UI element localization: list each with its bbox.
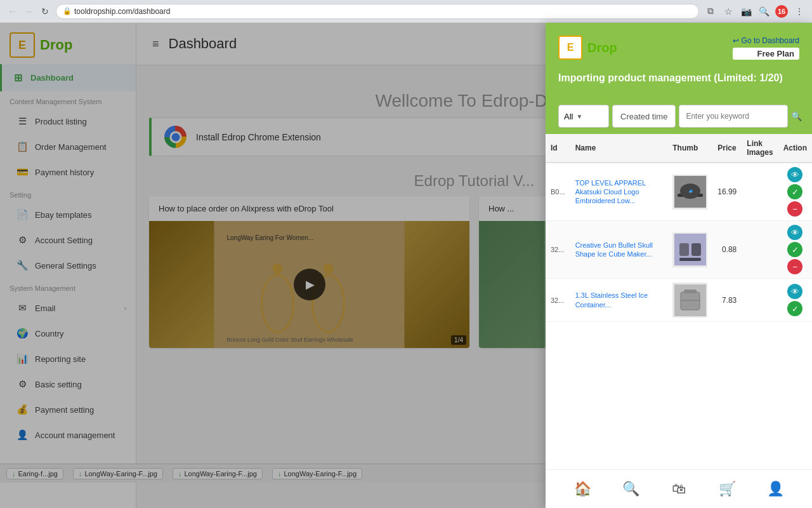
- svg-rect-18: [681, 292, 700, 310]
- browser-toolbar: ← → ↻ 🔒 tooldropship.com/dashboard ⧉ ☆ 📷…: [0, 0, 812, 23]
- hat-svg: 🧢: [674, 176, 706, 208]
- view-button[interactable]: 👁: [787, 167, 802, 182]
- dashboard-link-text: Go to Dashboard: [742, 36, 799, 45]
- action-buttons: 👁 ✓: [783, 284, 807, 316]
- filter-text: All: [564, 112, 573, 121]
- action-buttons: 👁 ✓ −: [783, 225, 807, 274]
- product-thumbnail: [672, 283, 707, 318]
- popup-header: E Drop ↩ Go to Dashboard Free Plan Impor…: [546, 23, 812, 98]
- svg-rect-14: [679, 243, 689, 256]
- popup-header-right: ↩ Go to Dashboard Free Plan: [733, 36, 799, 60]
- cell-id: 32...: [546, 221, 570, 279]
- footer-bag-icon[interactable]: 🛍: [666, 476, 691, 502]
- cell-action: 👁 ✓: [778, 279, 812, 322]
- cell-price: 0.88: [712, 221, 742, 279]
- products-table: Id Name Thumb Price LinkImages Action B0…: [546, 134, 812, 322]
- refresh-button[interactable]: ↻: [39, 6, 51, 17]
- table-row: 32... Creative Gun Bullet Skull Shape Ic…: [546, 221, 812, 279]
- popup-logo-letter: E: [567, 42, 574, 53]
- cell-thumb: [667, 221, 712, 279]
- product-name-link[interactable]: Creative Gun Bullet Skull Shape Ice Cube…: [575, 241, 653, 258]
- view-button[interactable]: 👁: [787, 225, 802, 240]
- check-button[interactable]: ✓: [787, 184, 802, 199]
- col-link-images: LinkImages: [742, 134, 778, 163]
- popup-header-row: E Drop ↩ Go to Dashboard Free Plan: [558, 36, 799, 60]
- address-bar[interactable]: 🔒 tooldropship.com/dashboard: [56, 4, 699, 19]
- cell-thumb: [667, 279, 712, 322]
- popup-logo: E Drop: [558, 36, 617, 60]
- check-button[interactable]: ✓: [787, 242, 802, 257]
- action-buttons: 👁 ✓ −: [783, 167, 807, 217]
- cell-action: 👁 ✓ −: [778, 163, 812, 221]
- forward-button[interactable]: →: [23, 6, 34, 17]
- check-button[interactable]: ✓: [787, 301, 802, 316]
- svg-rect-16: [679, 258, 701, 261]
- table-header: Id Name Thumb Price LinkImages Action: [546, 134, 812, 163]
- ice-cube-svg: [674, 234, 706, 265]
- filter-dropdown[interactable]: All ▼: [558, 105, 609, 128]
- popup-logo-name: Drop: [587, 41, 617, 55]
- popup-search-bar: All ▼ Created time 🔍: [546, 98, 812, 134]
- cell-name: Creative Gun Bullet Skull Shape Ice Cube…: [570, 221, 668, 279]
- minus-button[interactable]: −: [787, 259, 802, 274]
- footer-home-icon[interactable]: 🏠: [570, 476, 595, 502]
- extensions-icon[interactable]: ⧉: [704, 5, 717, 18]
- svg-rect-15: [691, 243, 701, 256]
- bookmark-icon[interactable]: ☆: [722, 5, 735, 18]
- popup-logo-box: E: [558, 36, 582, 60]
- view-button[interactable]: 👁: [787, 284, 802, 299]
- search-icon: 🔍: [791, 111, 802, 121]
- browser-icons: ⧉ ☆ 📷 🔍 16 ⋮: [704, 5, 806, 18]
- cell-price: 16.99: [712, 163, 742, 221]
- cell-link-images: [742, 163, 778, 221]
- popup-table: Id Name Thumb Price LinkImages Action B0…: [546, 134, 812, 469]
- search-input[interactable]: [679, 105, 788, 128]
- created-time-button[interactable]: Created time: [612, 105, 676, 128]
- popup-dashboard-link[interactable]: ↩ Go to Dashboard: [733, 36, 799, 45]
- plan-label: Free Plan: [733, 48, 799, 60]
- col-price: Price: [712, 134, 742, 163]
- screenshot-icon[interactable]: 📷: [740, 5, 752, 18]
- cell-link-images: [742, 221, 778, 279]
- search-icon[interactable]: 🔍: [757, 5, 770, 18]
- import-popup: E Drop ↩ Go to Dashboard Free Plan Impor…: [546, 23, 812, 508]
- cell-action: 👁 ✓ −: [778, 221, 812, 279]
- product-name-link[interactable]: 1.3L Stainless Steel Ice Container...: [575, 291, 648, 308]
- col-action: Action: [778, 134, 812, 163]
- table-row: 32... 1.3L Stainless Steel Ice Container…: [546, 279, 812, 322]
- popup-footer: 🏠 🔍 🛍 🛒 👤: [546, 469, 812, 508]
- cell-name: 1.3L Stainless Steel Ice Container...: [570, 279, 668, 322]
- col-name: Name: [570, 134, 668, 163]
- app-container: E Drop ⊞ Dashboard Content Management Sy…: [0, 23, 812, 508]
- cell-price: 7.83: [712, 279, 742, 322]
- cell-link-images: [742, 279, 778, 322]
- table-row: B0... TOP LEVEL APPAREL Akatsuki Cloud L…: [546, 163, 812, 221]
- container-svg: [674, 284, 706, 316]
- filter-arrow-icon: ▼: [576, 113, 582, 120]
- svg-rect-19: [684, 290, 697, 293]
- cell-name: TOP LEVEL APPAREL Akatsuki Cloud Logo Em…: [570, 163, 668, 221]
- user-avatar-icon[interactable]: 16: [775, 5, 788, 18]
- svg-text:🧢: 🧢: [688, 189, 693, 194]
- product-name-link[interactable]: TOP LEVEL APPAREL Akatsuki Cloud Logo Em…: [575, 179, 646, 205]
- col-id: Id: [546, 134, 570, 163]
- product-thumbnail: 🧢: [672, 175, 707, 210]
- lock-icon: 🔒: [63, 7, 72, 15]
- search-button[interactable]: 🔍: [791, 105, 802, 128]
- footer-search-icon[interactable]: 🔍: [618, 476, 643, 502]
- url-text: tooldropship.com/dashboard: [74, 7, 170, 16]
- footer-user-icon[interactable]: 👤: [763, 476, 788, 502]
- cell-id: 32...: [546, 279, 570, 322]
- arrow-icon: ↩: [733, 36, 739, 45]
- col-thumb: Thumb: [667, 134, 712, 163]
- back-button[interactable]: ←: [6, 6, 18, 17]
- table-body: B0... TOP LEVEL APPAREL Akatsuki Cloud L…: [546, 163, 812, 322]
- footer-cart-icon[interactable]: 🛒: [714, 476, 740, 502]
- minus-button[interactable]: −: [787, 201, 802, 217]
- product-thumbnail: [672, 232, 707, 267]
- popup-title: Importing product management (Limited: 1…: [558, 67, 799, 89]
- cell-thumb: 🧢: [667, 163, 712, 221]
- cell-id: B0...: [546, 163, 570, 221]
- menu-icon[interactable]: ⋮: [793, 5, 806, 18]
